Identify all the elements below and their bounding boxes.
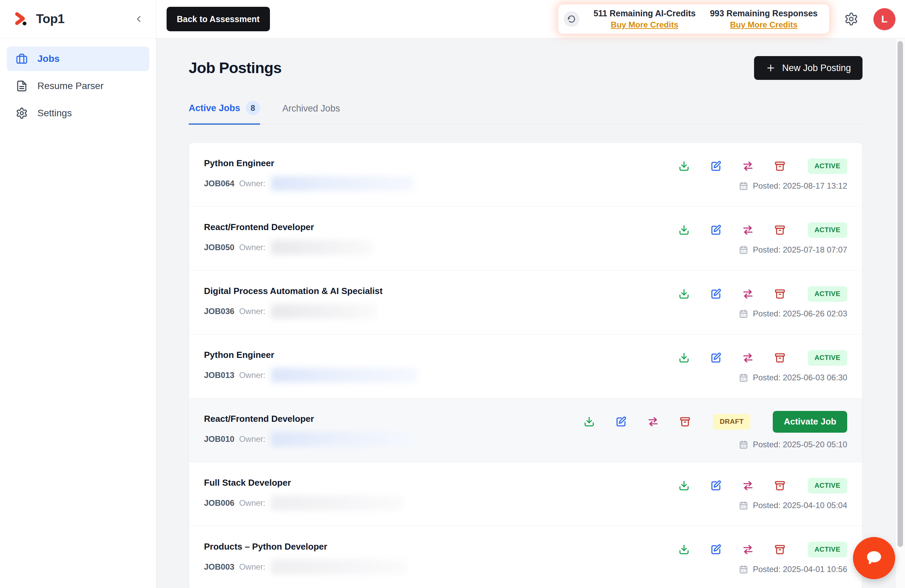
- main-content: Job Postings New Job Posting Active Jobs…: [156, 38, 905, 588]
- scrollbar-thumb[interactable]: [897, 41, 903, 547]
- archive-button[interactable]: [774, 160, 786, 172]
- posted-date: Posted: 2025-04-10 05:04: [753, 501, 847, 510]
- edit-button[interactable]: [710, 288, 722, 300]
- job-title: Python Engineer: [204, 158, 414, 169]
- new-job-posting-button[interactable]: New Job Posting: [754, 56, 862, 80]
- transfer-button[interactable]: [742, 480, 754, 492]
- archive-button[interactable]: [774, 480, 786, 492]
- job-id: JOB003: [204, 562, 234, 572]
- plus-icon: [765, 63, 776, 73]
- owner-label: Owner:: [239, 242, 265, 252]
- logo-icon: [14, 11, 29, 27]
- scrollbar-track[interactable]: [895, 38, 905, 588]
- ai-credits-block: 511 Remaining AI-Credits Buy More Credit…: [594, 8, 696, 30]
- job-title: React/Frontend Developer: [204, 222, 373, 233]
- back-to-assessment-button[interactable]: Back to Assessment: [167, 7, 270, 31]
- responses-block: 993 Remaining Responses Buy More Credits: [710, 8, 818, 30]
- topbar: Back to Assessment 511 Remaining AI-Cred…: [156, 0, 905, 38]
- download-button[interactable]: [678, 352, 690, 364]
- sidebar-collapse-icon[interactable]: [133, 14, 144, 24]
- transfer-button[interactable]: [742, 224, 754, 236]
- download-button[interactable]: [583, 416, 595, 428]
- calendar-icon: [738, 372, 749, 383]
- edit-button[interactable]: [710, 224, 722, 236]
- chat-button[interactable]: [853, 537, 895, 579]
- calendar-icon: [738, 181, 749, 191]
- sidebar: Top1 Jobs Resume Parser Settings: [0, 0, 156, 588]
- tab-active-jobs[interactable]: Active Jobs 8: [189, 101, 260, 125]
- edit-button[interactable]: [710, 544, 722, 556]
- document-icon: [16, 80, 28, 92]
- settings-gear-icon[interactable]: [844, 12, 859, 26]
- owner-label: Owner:: [239, 562, 265, 572]
- posted-date: Posted: 2025-04-01 10:56: [753, 564, 847, 574]
- owner-redacted: [271, 432, 414, 447]
- status-badge: DRAFT: [713, 414, 750, 430]
- tab-archived-jobs[interactable]: Archived Jobs: [283, 101, 340, 124]
- edit-button[interactable]: [710, 480, 722, 492]
- job-row: Python Engineer JOB064 Owner:: [189, 143, 862, 207]
- job-id: JOB050: [204, 242, 234, 252]
- transfer-button[interactable]: [742, 352, 754, 364]
- calendar-icon: [738, 564, 749, 574]
- sidebar-item-resume-parser[interactable]: Resume Parser: [7, 74, 149, 98]
- job-list: Python Engineer JOB064 Owner:: [189, 143, 862, 588]
- download-button[interactable]: [678, 480, 690, 492]
- download-button[interactable]: [678, 160, 690, 172]
- activate-job-button[interactable]: Activate Job: [773, 411, 847, 433]
- download-button[interactable]: [678, 288, 690, 300]
- job-row: Products – Python Developer JOB003 Owner…: [189, 526, 862, 588]
- posted-date: Posted: 2025-05-20 05:10: [753, 440, 847, 449]
- owner-label: Owner:: [239, 179, 265, 188]
- edit-button[interactable]: [615, 416, 627, 428]
- owner-label: Owner:: [239, 498, 265, 508]
- job-id: JOB013: [204, 371, 234, 380]
- job-id: JOB036: [204, 307, 234, 316]
- ai-credits-count: 511 Remaining AI-Credits: [594, 8, 696, 18]
- job-row: React/Frontend Developer JOB050 Owner:: [189, 207, 862, 271]
- calendar-icon: [738, 500, 749, 510]
- status-badge: ACTIVE: [808, 350, 847, 366]
- sidebar-item-label: Resume Parser: [37, 81, 104, 92]
- job-row: React/Frontend Developer JOB010 Owner:: [189, 398, 862, 462]
- transfer-button[interactable]: [742, 160, 754, 172]
- archive-button[interactable]: [679, 416, 691, 428]
- logo-text: Top1: [36, 12, 65, 26]
- sidebar-header: Top1: [0, 0, 156, 38]
- download-button[interactable]: [678, 224, 690, 236]
- download-button[interactable]: [678, 544, 690, 556]
- logo[interactable]: Top1: [14, 11, 65, 27]
- job-id: JOB010: [204, 434, 234, 444]
- sidebar-item-jobs[interactable]: Jobs: [7, 47, 149, 71]
- topbar-right: 511 Remaining AI-Credits Buy More Credit…: [558, 5, 895, 34]
- refresh-icon[interactable]: [564, 11, 579, 27]
- owner-redacted: [271, 368, 417, 383]
- archive-button[interactable]: [774, 288, 786, 300]
- archive-button[interactable]: [774, 352, 786, 364]
- edit-button[interactable]: [710, 160, 722, 172]
- job-title: Python Engineer: [204, 350, 417, 360]
- owner-label: Owner:: [239, 307, 265, 316]
- transfer-button[interactable]: [647, 416, 659, 428]
- avatar[interactable]: L: [873, 8, 895, 30]
- sidebar-item-settings[interactable]: Settings: [7, 101, 149, 125]
- transfer-button[interactable]: [742, 544, 754, 556]
- job-id: JOB006: [204, 498, 234, 508]
- archive-button[interactable]: [774, 544, 786, 556]
- buy-more-credits-link-responses[interactable]: Buy More Credits: [730, 20, 797, 30]
- posted-date: Posted: 2025-07-18 07:07: [753, 245, 847, 255]
- active-jobs-count-badge: 8: [246, 101, 260, 115]
- owner-redacted: [271, 304, 376, 319]
- sidebar-nav: Jobs Resume Parser Settings: [0, 38, 156, 136]
- buy-more-credits-link-ai[interactable]: Buy More Credits: [611, 20, 679, 30]
- archive-button[interactable]: [774, 224, 786, 236]
- job-row: Digital Process Automation & AI Speciali…: [189, 271, 862, 334]
- gear-icon: [16, 107, 28, 119]
- owner-redacted: [271, 496, 403, 510]
- transfer-button[interactable]: [742, 288, 754, 300]
- sidebar-item-label: Settings: [37, 108, 72, 119]
- briefcase-icon: [16, 53, 28, 65]
- edit-button[interactable]: [710, 352, 722, 364]
- job-title: Digital Process Automation & AI Speciali…: [204, 286, 383, 296]
- job-id: JOB064: [204, 179, 234, 188]
